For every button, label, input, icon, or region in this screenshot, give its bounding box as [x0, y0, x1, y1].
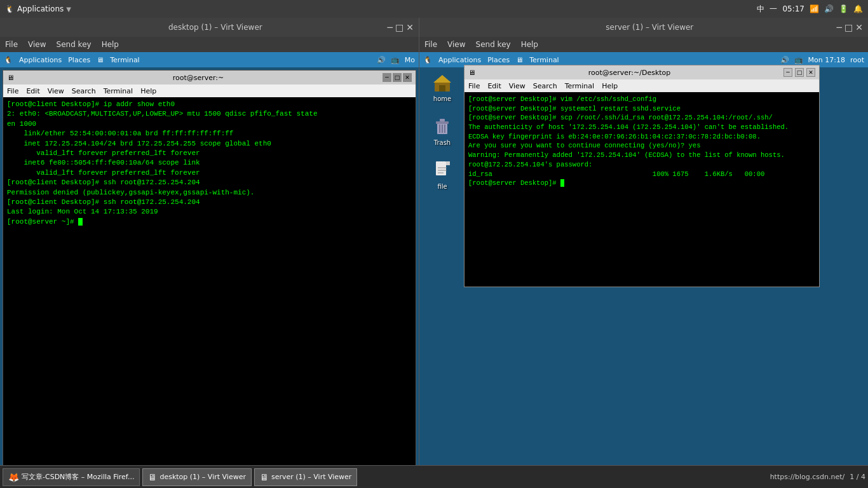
- term-line-5: inet 172.25.254.104/24 brd 172.25.254.25…: [7, 139, 412, 149]
- left-term-close-icon[interactable]: ✕: [403, 73, 412, 82]
- right-menu-help[interactable]: Help: [521, 40, 538, 49]
- left-inner-desktop: 🐧 Applications Places 🖥 Terminal 🔊 📺 Mo …: [0, 52, 419, 488]
- firefox-icon: 🦊: [8, 472, 19, 482]
- term-line-8: valid_lft forever preferred_lft forever: [7, 168, 412, 178]
- right-term-view[interactable]: View: [509, 82, 526, 90]
- system-bar-right: 中 一 05:17 📶 🔊 🔋 🔔: [757, 4, 863, 15]
- term-line-7: inet6 fe80::5054:ff:fe00:10a/64 scope li…: [7, 158, 412, 168]
- right-term-line-9: id_rsa 100% 1675 1.6KB/s 00:00: [468, 170, 815, 179]
- taskbar-server-label: server (1) – Virt Viewer: [271, 473, 351, 481]
- right-virt-viewer: server (1) – Virt Viewer ─ □ ✕ File View…: [419, 18, 868, 488]
- left-term-file[interactable]: File: [7, 87, 18, 95]
- term-line-2: 2: eth0: <BROADCAST,MULTICAST,UP,LOWER_U…: [7, 109, 412, 119]
- right-term-min-icon[interactable]: ─: [783, 68, 792, 77]
- right-term-line-2: [root@server Desktop]# systemctl restart…: [468, 104, 815, 114]
- left-inner-terminal-icon: 🖥: [97, 56, 104, 64]
- left-term-max-icon[interactable]: □: [393, 73, 402, 82]
- left-viewer-controls[interactable]: ─ □ ✕: [388, 22, 414, 32]
- right-menu-view[interactable]: View: [447, 40, 465, 49]
- svg-rect-9: [436, 161, 446, 175]
- left-viewer-menubar: File View Send key Help: [0, 37, 419, 52]
- left-inner-screen-icon: 📺: [391, 56, 400, 64]
- right-term-line-7: Warning: Permanently added '172.25.254.1…: [468, 151, 815, 160]
- close-icon[interactable]: ✕: [406, 22, 414, 32]
- input-method-indicator: 中: [757, 4, 764, 15]
- left-term-edit[interactable]: Edit: [26, 87, 39, 95]
- term-line-13: [root@server ~]#: [7, 217, 412, 227]
- left-terminal-body[interactable]: [root@client Desktop]# ip addr show eth0…: [3, 97, 416, 471]
- left-menu-help[interactable]: Help: [102, 40, 119, 49]
- left-terminal-menubar: File Edit View Search Terminal Help: [3, 85, 416, 97]
- left-inner-applications[interactable]: Applications: [19, 56, 62, 64]
- left-inner-terminal-label[interactable]: Terminal: [110, 56, 140, 64]
- right-term-max-icon[interactable]: □: [795, 68, 804, 77]
- right-menu-sendkey[interactable]: Send key: [476, 40, 511, 49]
- right-inner-time: Mon 17:18: [808, 56, 845, 64]
- trash-icon-label: Trash: [434, 139, 451, 146]
- left-menu-sendkey[interactable]: Send key: [57, 40, 92, 49]
- left-menu-file[interactable]: File: [5, 40, 18, 49]
- right-terminal-body[interactable]: [root@server Desktop]# vim /etc/ssh/sshd…: [465, 92, 819, 287]
- taskbar-right-area: https://blog.csdn.net/ 1 / 4: [770, 473, 865, 481]
- right-term-line-4: The authenticity of host '172.25.254.104…: [468, 123, 815, 132]
- left-term-view[interactable]: View: [48, 87, 64, 95]
- left-terminal-title: root@server:~: [14, 74, 383, 82]
- right-term-line-5: ECDSA key fingerprint is eb:24:0e:07:96:…: [468, 132, 815, 142]
- bottom-taskbar: 🦊 写文章-CSDN博客 – Mozilla Firef... 🖥 deskto…: [0, 465, 868, 488]
- left-inner-logo: 🐧: [4, 56, 13, 64]
- left-term-min-icon[interactable]: ─: [383, 73, 391, 82]
- apps-dropdown-icon: ▼: [66, 6, 71, 13]
- svg-rect-11: [446, 161, 450, 165]
- right-inner-topbar-right: 🔊 📺 Mon 17:18 root: [780, 56, 864, 64]
- file-icon-label: file: [437, 183, 447, 190]
- right-inner-places[interactable]: Places: [487, 56, 510, 64]
- left-term-search[interactable]: Search: [72, 87, 96, 95]
- right-term-help[interactable]: Help: [602, 82, 618, 90]
- term-line-12: Last login: Mon Oct 14 17:13:35 2019: [7, 207, 412, 217]
- right-term-edit[interactable]: Edit: [487, 82, 501, 90]
- file-icon: [431, 159, 454, 182]
- right-term-search[interactable]: Search: [533, 82, 557, 90]
- taskbar-desktop-viewer[interactable]: 🖥 desktop (1) – Virt Viewer: [142, 468, 252, 486]
- right-viewer-controls[interactable]: ─ □ ✕: [837, 22, 863, 32]
- minimize-icon[interactable]: ─: [388, 22, 393, 32]
- maximize-icon[interactable]: □: [395, 22, 403, 32]
- taskbar-server-viewer[interactable]: 🖥 server (1) – Virt Viewer: [254, 468, 357, 486]
- left-viewer-titlebar: desktop (1) – Virt Viewer ─ □ ✕: [0, 18, 419, 37]
- left-term-terminal[interactable]: Terminal: [104, 87, 133, 95]
- taskbar-firefox[interactable]: 🦊 写文章-CSDN博客 – Mozilla Firef...: [3, 468, 140, 486]
- volume-icon: 🔊: [824, 4, 834, 13]
- desktop-icon-home[interactable]: home: [424, 71, 460, 102]
- desktop-icon-trash[interactable]: Trash: [424, 115, 460, 146]
- right-inner-terminal-label[interactable]: Terminal: [529, 56, 559, 64]
- left-menu-view[interactable]: View: [28, 40, 46, 49]
- right-term-terminal[interactable]: Terminal: [565, 82, 595, 90]
- taskbar-url: https://blog.csdn.net/: [770, 473, 845, 481]
- right-maximize-icon[interactable]: □: [844, 22, 853, 32]
- home-icon-label: home: [433, 95, 451, 102]
- applications-menu[interactable]: Applications: [17, 4, 64, 13]
- desktop-icon-file[interactable]: file: [424, 159, 460, 190]
- taskbar-pagination: 1 / 4: [850, 473, 865, 481]
- right-inner-applications[interactable]: Applications: [438, 56, 481, 64]
- right-close-icon[interactable]: ✕: [855, 22, 863, 32]
- right-minimize-icon[interactable]: ─: [837, 22, 842, 32]
- desktop-icons: home Trash: [424, 71, 460, 190]
- left-viewer-title: desktop (1) – Virt Viewer: [43, 23, 388, 32]
- cursor: [78, 218, 83, 226]
- clock: 05:17: [782, 4, 804, 13]
- right-term-file[interactable]: File: [468, 82, 480, 90]
- right-terminal-controls[interactable]: ─ □ ✕: [783, 68, 815, 77]
- left-terminal-controls[interactable]: ─ □ ✕: [383, 73, 412, 82]
- trash-icon: [431, 115, 454, 138]
- right-term-close-icon[interactable]: ✕: [806, 68, 815, 77]
- left-term-help[interactable]: Help: [140, 87, 156, 95]
- right-menu-file[interactable]: File: [424, 40, 437, 49]
- left-inner-places[interactable]: Places: [68, 56, 90, 64]
- left-terminal-title-icon: 🖥: [7, 74, 14, 82]
- linux-logo-icon: 🐧: [5, 4, 15, 13]
- term-line-11: [root@client Desktop]# ssh root@172.25.2…: [7, 198, 412, 207]
- right-inner-logo: 🐧: [423, 56, 432, 64]
- left-inner-more: Mo: [405, 56, 415, 64]
- right-terminal-title: root@server:~/Desktop: [475, 69, 783, 77]
